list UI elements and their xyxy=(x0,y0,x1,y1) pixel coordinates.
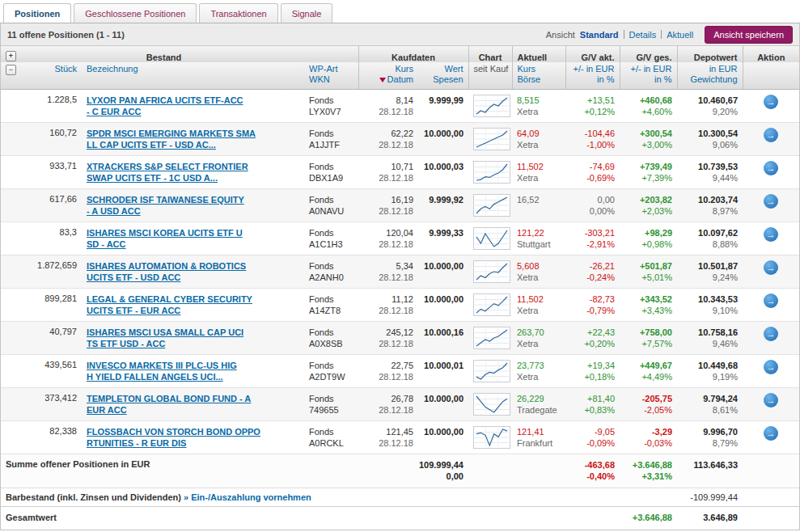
gv-current-cell: +19,34+0,18% xyxy=(565,355,620,388)
sort-kurs[interactable]: Kurs xyxy=(364,64,414,74)
position-name-link[interactable]: SCHRODER ISF TAIWANESE EQUITY- A USD ACC xyxy=(87,194,299,217)
deposit-withdrawal-link[interactable]: » Ein-/Auszahlung vornehmen xyxy=(184,492,311,502)
purchase-value-cell: 10.000,16 xyxy=(418,322,468,355)
sort-gv-akt-eur[interactable]: +/- in EUR xyxy=(571,64,615,74)
order-action-button[interactable]: → xyxy=(764,128,778,142)
position-name-link[interactable]: FLOSSBACH VON STORCH BOND OPPORTUNITIES … xyxy=(87,426,299,449)
name-cell: ISHARES MSCI USA SMALL CAP UCITS ETF USD… xyxy=(82,322,304,355)
current-price-cell: 11,502Xetra xyxy=(512,156,565,189)
view-aktuell-link[interactable]: Aktuell xyxy=(667,30,693,40)
gv-total-cell: +739,49+7,39% xyxy=(620,156,677,189)
collapse-all-icon[interactable]: − xyxy=(6,65,16,75)
sort-boerse[interactable]: Börse xyxy=(518,74,561,85)
sparkline-chart[interactable] xyxy=(473,426,510,449)
sort-wert[interactable]: Wert xyxy=(423,64,463,74)
sum-wert-cell: 109.999,44 0,00 xyxy=(358,454,468,488)
action-cell: → xyxy=(743,189,799,222)
order-action-button[interactable]: → xyxy=(764,260,778,275)
sort-datum[interactable]: Datum xyxy=(364,74,414,85)
positions-count: 11 offene Positionen (1 - 11) xyxy=(7,30,125,40)
view-standard[interactable]: Standard xyxy=(580,30,619,40)
name-cell: SPDR MSCI EMERGING MARKETS SMALL CAP UCI… xyxy=(82,123,304,156)
sparkline-chart[interactable] xyxy=(473,128,510,150)
tab-geschlossene-positionen[interactable]: Geschlossene Positionen xyxy=(74,3,197,23)
cash-row: Barbestand (inkl. Zinsen und Dividenden)… xyxy=(1,488,799,507)
sparkline-chart[interactable] xyxy=(473,393,510,416)
position-name-link[interactable]: LYXOR PAN AFRICA UCITS ETF-ACC- C EUR AC… xyxy=(87,95,299,117)
sort-wp-art[interactable]: WP-Art xyxy=(309,64,353,74)
tab-transaktionen[interactable]: Transaktionen xyxy=(199,3,277,23)
order-action-button[interactable]: → xyxy=(764,227,778,242)
sort-wkn[interactable]: WKN xyxy=(309,74,353,85)
gv-current-cell: -104,46-1,00% xyxy=(565,123,620,156)
arrow-icon: → xyxy=(767,131,776,140)
sparkline-chart[interactable] xyxy=(473,260,510,283)
wpart-wkn-cell: FondsA2DT9W xyxy=(304,355,358,388)
position-name-link[interactable]: LEGAL & GENERAL CYBER SECURITYUCITS ETF … xyxy=(87,293,299,316)
action-cell: → xyxy=(743,123,799,156)
sort-stueck[interactable]: Stück xyxy=(28,64,77,74)
gv-total-cell: +98,29+0,98% xyxy=(620,222,677,255)
view-details-link[interactable]: Details xyxy=(629,30,657,40)
order-action-button[interactable]: → xyxy=(764,393,778,407)
depot-value-cell: 10.300,549,06% xyxy=(677,123,743,156)
sparkline-chart[interactable] xyxy=(473,95,510,117)
chart-cell xyxy=(468,156,512,189)
sort-kurs-aktuell[interactable]: Kurs xyxy=(518,64,561,74)
sort-gewichtung[interactable]: Gewichtung xyxy=(683,74,738,85)
action-cell: → xyxy=(743,322,799,355)
position-name-link[interactable]: SPDR MSCI EMERGING MARKETS SMALL CAP UCI… xyxy=(87,128,299,150)
order-action-button[interactable]: → xyxy=(764,161,778,175)
order-action-button[interactable]: → xyxy=(764,293,778,308)
gv-total-cell: -205,75-2,05% xyxy=(620,388,677,421)
current-price-cell: 5,608Xetra xyxy=(512,255,565,289)
col-gv-akt: G/V akt. xyxy=(565,46,620,62)
sparkline-chart[interactable] xyxy=(473,227,510,250)
sparkline-chart[interactable] xyxy=(473,360,510,382)
purchase-price-cell: 26,7828.12.18 xyxy=(358,388,418,421)
gv-current-cell: -82,73-0,79% xyxy=(565,289,620,322)
purchase-price-cell: 245,1228.12.18 xyxy=(358,322,418,355)
sort-gv-akt-pct[interactable]: in % xyxy=(571,74,615,85)
current-price-cell: 64,09Xetra xyxy=(512,123,565,156)
order-action-button[interactable]: → xyxy=(764,327,778,341)
position-name-link[interactable]: TEMPLETON GLOBAL BOND FUND - AEUR ACC xyxy=(87,393,299,416)
sort-depot-eur[interactable]: in EUR xyxy=(683,64,738,74)
sum-depot-cell: 113.646,33 xyxy=(677,454,743,488)
purchase-price-cell: 62,2228.12.18 xyxy=(358,123,418,156)
arrow-icon: → xyxy=(767,264,776,272)
save-view-button[interactable]: Ansicht speichern xyxy=(705,26,793,44)
position-name-link[interactable]: INVESCO MARKETS III PLC-US HIGH YIELD FA… xyxy=(87,360,299,382)
position-name-link[interactable]: ISHARES MSCI USA SMALL CAP UCITS ETF USD… xyxy=(87,327,299,349)
table-footer: Summe offener Positionen in EUR 109.999,… xyxy=(1,454,799,530)
position-name-link[interactable]: ISHARES MSCI KOREA UCITS ETF USD - ACC xyxy=(87,227,299,250)
sparkline-chart[interactable] xyxy=(473,161,510,184)
gv-current-cell: -9,05-0,09% xyxy=(565,421,620,454)
expand-all-icon[interactable]: + xyxy=(6,51,16,61)
sort-bezeichnung[interactable]: Bezeichnung xyxy=(87,64,299,74)
table-header: + Bestand Kaufdaten Chart Aktuell G/V ak… xyxy=(1,46,799,90)
depot-value-cell: 10.758,169,46% xyxy=(677,322,743,355)
sparkline-chart[interactable] xyxy=(473,327,510,349)
gv-total-cell: +501,87+5,01% xyxy=(620,255,677,289)
chart-cell xyxy=(468,289,512,322)
sort-spesen[interactable]: Spesen xyxy=(423,74,463,85)
wpart-wkn-cell: FondsA1JJTF xyxy=(304,123,358,156)
sort-gv-ges-eur[interactable]: +/- in EUR xyxy=(625,64,672,74)
sparkline-chart[interactable] xyxy=(473,194,510,217)
order-action-button[interactable]: → xyxy=(764,194,778,209)
tab-positionen[interactable]: Positionen xyxy=(3,3,71,23)
order-action-button[interactable]: → xyxy=(764,426,778,441)
shares-quantity: 373,412 xyxy=(23,388,82,421)
wpart-wkn-cell: FondsA1C1H3 xyxy=(304,222,358,255)
position-row: 82,338FLOSSBACH VON STORCH BOND OPPORTUN… xyxy=(1,421,799,454)
order-action-button[interactable]: → xyxy=(764,95,778,109)
position-name-link[interactable]: ISHARES AUTOMATION & ROBOTICSUCITS ETF -… xyxy=(87,260,299,283)
name-cell: ISHARES MSCI KOREA UCITS ETF USD - ACC xyxy=(82,222,304,255)
order-action-button[interactable]: → xyxy=(764,360,778,374)
sparkline-chart[interactable] xyxy=(473,293,510,316)
position-name-link[interactable]: XTRACKERS S&P SELECT FRONTIERSWAP UCITS … xyxy=(87,161,299,184)
sort-gv-ges-pct[interactable]: in % xyxy=(625,74,672,85)
tab-signale[interactable]: Signale xyxy=(281,3,333,23)
name-cell: LEGAL & GENERAL CYBER SECURITYUCITS ETF … xyxy=(82,289,304,322)
